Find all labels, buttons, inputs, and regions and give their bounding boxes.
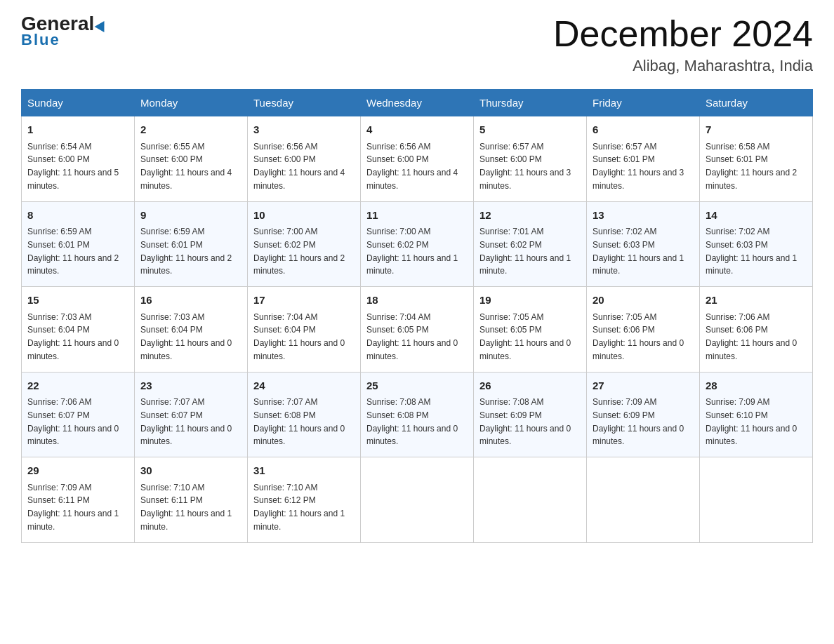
day-info: Sunrise: 6:56 AMSunset: 6:00 PMDaylight:… [253,142,345,191]
day-info: Sunrise: 7:06 AMSunset: 6:06 PMDaylight:… [706,312,797,361]
day-number: 20 [593,293,694,309]
calendar-week-row: 1 Sunrise: 6:54 AMSunset: 6:00 PMDayligh… [22,116,813,202]
calendar-day-cell: 10 Sunrise: 7:00 AMSunset: 6:02 PMDaylig… [248,201,361,287]
empty-cell [361,457,474,543]
calendar-day-cell: 9 Sunrise: 6:59 AMSunset: 6:01 PMDayligh… [135,201,248,287]
calendar-week-row: 15 Sunrise: 7:03 AMSunset: 6:04 PMDaylig… [22,287,813,373]
day-number: 30 [140,463,241,479]
day-info: Sunrise: 7:05 AMSunset: 6:06 PMDaylight:… [593,312,684,361]
day-number: 9 [140,208,241,224]
logo: General Blue [21,14,107,49]
day-number: 25 [366,378,468,394]
day-info: Sunrise: 7:02 AMSunset: 6:03 PMDaylight:… [593,227,684,276]
day-info: Sunrise: 6:55 AMSunset: 6:00 PMDaylight:… [140,142,232,191]
day-number: 19 [479,293,581,309]
calendar-day-cell: 27 Sunrise: 7:09 AMSunset: 6:09 PMDaylig… [587,372,700,457]
day-number: 4 [366,122,468,138]
day-number: 14 [706,208,807,224]
day-number: 17 [253,293,355,309]
day-info: Sunrise: 7:10 AMSunset: 6:11 PMDaylight:… [140,483,232,532]
day-info: Sunrise: 7:09 AMSunset: 6:10 PMDaylight:… [706,397,797,446]
day-number: 18 [366,293,468,309]
calendar-day-cell: 28 Sunrise: 7:09 AMSunset: 6:10 PMDaylig… [700,372,813,457]
day-info: Sunrise: 6:59 AMSunset: 6:01 PMDaylight:… [140,227,232,276]
day-number: 24 [253,378,355,394]
calendar-day-cell: 22 Sunrise: 7:06 AMSunset: 6:07 PMDaylig… [22,372,135,457]
day-info: Sunrise: 7:04 AMSunset: 6:05 PMDaylight:… [366,312,458,361]
calendar-day-cell: 8 Sunrise: 6:59 AMSunset: 6:01 PMDayligh… [22,201,135,287]
day-info: Sunrise: 7:01 AMSunset: 6:02 PMDaylight:… [479,227,571,276]
day-number: 21 [706,293,807,309]
day-info: Sunrise: 7:07 AMSunset: 6:08 PMDaylight:… [253,397,345,446]
day-number: 5 [479,122,581,138]
calendar-header-row: SundayMondayTuesdayWednesdayThursdayFrid… [22,90,813,116]
calendar-week-row: 29 Sunrise: 7:09 AMSunset: 6:11 PMDaylig… [22,457,813,543]
logo-line2: Blue [21,31,60,49]
calendar-day-cell: 26 Sunrise: 7:08 AMSunset: 6:09 PMDaylig… [474,372,587,457]
day-number: 28 [706,378,807,394]
day-number: 1 [27,122,128,138]
day-header-sunday: Sunday [22,90,135,116]
calendar-day-cell: 2 Sunrise: 6:55 AMSunset: 6:00 PMDayligh… [135,116,248,202]
calendar-day-cell: 21 Sunrise: 7:06 AMSunset: 6:06 PMDaylig… [700,287,813,373]
calendar-day-cell: 4 Sunrise: 6:56 AMSunset: 6:00 PMDayligh… [361,116,474,202]
day-info: Sunrise: 6:56 AMSunset: 6:00 PMDaylight:… [366,142,458,191]
day-number: 16 [140,293,241,309]
day-info: Sunrise: 7:04 AMSunset: 6:04 PMDaylight:… [253,312,345,361]
day-number: 12 [479,208,581,224]
day-info: Sunrise: 7:00 AMSunset: 6:02 PMDaylight:… [366,227,458,276]
calendar-day-cell: 25 Sunrise: 7:08 AMSunset: 6:08 PMDaylig… [361,372,474,457]
calendar-day-cell: 23 Sunrise: 7:07 AMSunset: 6:07 PMDaylig… [135,372,248,457]
day-info: Sunrise: 7:08 AMSunset: 6:08 PMDaylight:… [366,397,458,446]
calendar-day-cell: 7 Sunrise: 6:58 AMSunset: 6:01 PMDayligh… [700,116,813,202]
day-header-friday: Friday [587,90,700,116]
calendar-day-cell: 24 Sunrise: 7:07 AMSunset: 6:08 PMDaylig… [248,372,361,457]
day-info: Sunrise: 7:03 AMSunset: 6:04 PMDaylight:… [140,312,232,361]
day-header-monday: Monday [135,90,248,116]
day-info: Sunrise: 7:09 AMSunset: 6:09 PMDaylight:… [593,397,684,446]
day-number: 2 [140,122,241,138]
day-number: 6 [593,122,694,138]
day-header-wednesday: Wednesday [361,90,474,116]
calendar-week-row: 22 Sunrise: 7:06 AMSunset: 6:07 PMDaylig… [22,372,813,457]
calendar-day-cell: 1 Sunrise: 6:54 AMSunset: 6:00 PMDayligh… [22,116,135,202]
month-title: December 2024 [553,14,813,54]
calendar-day-cell: 6 Sunrise: 6:57 AMSunset: 6:01 PMDayligh… [587,116,700,202]
calendar-day-cell: 31 Sunrise: 7:10 AMSunset: 6:12 PMDaylig… [248,457,361,543]
day-info: Sunrise: 7:05 AMSunset: 6:05 PMDaylight:… [479,312,571,361]
calendar-day-cell: 20 Sunrise: 7:05 AMSunset: 6:06 PMDaylig… [587,287,700,373]
day-info: Sunrise: 6:59 AMSunset: 6:01 PMDaylight:… [27,227,119,276]
calendar-day-cell: 13 Sunrise: 7:02 AMSunset: 6:03 PMDaylig… [587,201,700,287]
day-number: 8 [27,208,128,224]
day-number: 29 [27,463,128,479]
calendar-day-cell: 17 Sunrise: 7:04 AMSunset: 6:04 PMDaylig… [248,287,361,373]
calendar-table: SundayMondayTuesdayWednesdayThursdayFrid… [21,89,813,543]
day-number: 23 [140,378,241,394]
day-header-saturday: Saturday [700,90,813,116]
day-header-thursday: Thursday [474,90,587,116]
day-number: 3 [253,122,355,138]
empty-cell [474,457,587,543]
day-number: 27 [593,378,694,394]
calendar-week-row: 8 Sunrise: 6:59 AMSunset: 6:01 PMDayligh… [22,201,813,287]
calendar-day-cell: 16 Sunrise: 7:03 AMSunset: 6:04 PMDaylig… [135,287,248,373]
calendar-day-cell: 30 Sunrise: 7:10 AMSunset: 6:11 PMDaylig… [135,457,248,543]
day-info: Sunrise: 7:08 AMSunset: 6:09 PMDaylight:… [479,397,571,446]
day-number: 10 [253,208,355,224]
day-info: Sunrise: 6:57 AMSunset: 6:01 PMDaylight:… [593,142,684,191]
calendar-day-cell: 19 Sunrise: 7:05 AMSunset: 6:05 PMDaylig… [474,287,587,373]
calendar-day-cell: 29 Sunrise: 7:09 AMSunset: 6:11 PMDaylig… [22,457,135,543]
day-number: 26 [479,378,581,394]
day-info: Sunrise: 7:10 AMSunset: 6:12 PMDaylight:… [253,483,345,532]
day-number: 13 [593,208,694,224]
calendar-day-cell: 15 Sunrise: 7:03 AMSunset: 6:04 PMDaylig… [22,287,135,373]
calendar-day-cell: 14 Sunrise: 7:02 AMSunset: 6:03 PMDaylig… [700,201,813,287]
calendar-day-cell: 12 Sunrise: 7:01 AMSunset: 6:02 PMDaylig… [474,201,587,287]
calendar-day-cell: 3 Sunrise: 6:56 AMSunset: 6:00 PMDayligh… [248,116,361,202]
day-number: 7 [706,122,807,138]
day-info: Sunrise: 7:02 AMSunset: 6:03 PMDaylight:… [706,227,797,276]
day-number: 31 [253,463,355,479]
calendar-day-cell: 18 Sunrise: 7:04 AMSunset: 6:05 PMDaylig… [361,287,474,373]
day-info: Sunrise: 7:06 AMSunset: 6:07 PMDaylight:… [27,397,119,446]
page-header: General Blue December 2024 Alibag, Mahar… [21,14,813,75]
